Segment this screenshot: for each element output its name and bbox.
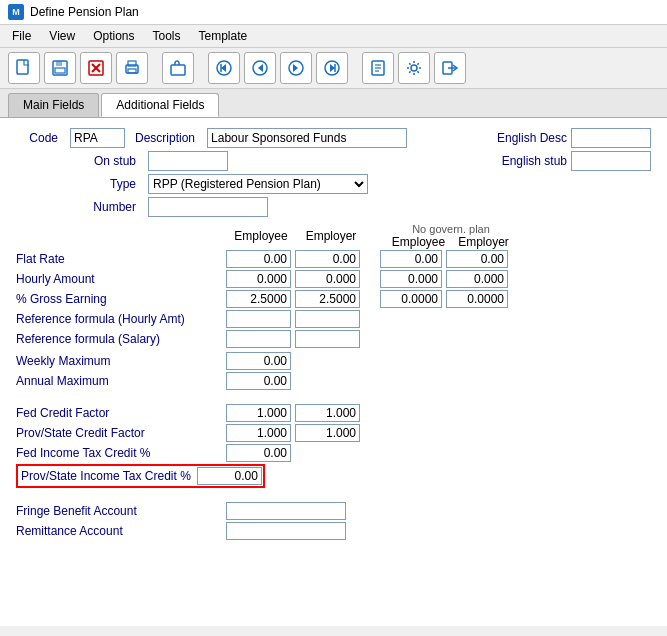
prov-tax-credit-label: Prov/State Income Tax Credit % [19,469,197,483]
remittance-account-label: Remittance Account [16,524,226,538]
description-label: Description [135,131,203,145]
gross-emp[interactable] [226,290,291,308]
gross-nogov-empl[interactable] [446,290,508,308]
english-stub-label: English stub [502,154,567,168]
close-button[interactable] [80,52,112,84]
report-button[interactable] [362,52,394,84]
on-stub-field[interactable] [148,151,228,171]
prov-credit-factor-label: Prov/State Credit Factor [16,426,226,440]
menu-tools[interactable]: Tools [145,27,189,45]
english-desc-field[interactable] [571,128,651,148]
hourly-empl[interactable] [295,270,360,288]
tab-additional-fields[interactable]: Additional Fields [101,93,219,117]
type-label: Type [76,177,144,191]
ref-hourly-label: Reference formula (Hourly Amt) [16,312,226,326]
gross-nogov-emp[interactable] [380,290,442,308]
menu-bar: File View Options Tools Template [0,25,667,48]
svg-rect-0 [17,60,28,74]
flat-rate-nogov-emp[interactable] [380,250,442,268]
app-icon: M [8,4,24,20]
hourly-nogov-empl[interactable] [446,270,508,288]
svg-marker-17 [293,64,298,72]
gross-empl[interactable] [295,290,360,308]
english-desc-label: English Desc [497,131,567,145]
title-bar: M Define Pension Plan [0,0,667,25]
fed-credit-emp[interactable] [226,404,291,422]
flat-rate-label: Flat Rate [16,252,226,266]
briefcase-button[interactable] [162,52,194,84]
fed-credit-empl[interactable] [295,404,360,422]
weekly-max-label: Weekly Maximum [16,354,226,368]
english-stub-field[interactable] [571,151,651,171]
svg-rect-3 [55,68,65,73]
settings-button[interactable] [398,52,430,84]
no-govern-label: No govern. plan [412,223,490,235]
flat-rate-empl[interactable] [295,250,360,268]
ref-hourly-empl[interactable] [295,310,360,328]
remittance-account-value[interactable] [226,522,346,540]
number-label: Number [76,200,144,214]
number-field[interactable] [148,197,268,217]
flat-rate-nogov-empl[interactable] [446,250,508,268]
ref-salary-emp[interactable] [226,330,291,348]
prov-tax-credit-value[interactable] [197,467,262,485]
type-select[interactable]: RPP (Registered Pension Plan) RRSP DPSP [148,174,368,194]
prev-button[interactable] [244,52,276,84]
gross-earning-label: % Gross Earning [16,292,226,306]
on-stub-label: On stub [76,154,144,168]
first-button[interactable] [208,52,240,84]
window-title: Define Pension Plan [30,5,139,19]
hourly-emp[interactable] [226,270,291,288]
menu-file[interactable]: File [4,27,39,45]
ref-hourly-emp[interactable] [226,310,291,328]
hourly-nogov-emp[interactable] [380,270,442,288]
next-button[interactable] [280,52,312,84]
print-button[interactable] [116,52,148,84]
svg-rect-9 [128,69,136,73]
last-button[interactable] [316,52,348,84]
code-label: Code [16,131,66,145]
menu-options[interactable]: Options [85,27,142,45]
toolbar [0,48,667,89]
prov-credit-empl[interactable] [295,424,360,442]
menu-template[interactable]: Template [191,27,256,45]
tab-bar: Main Fields Additional Fields [0,89,667,118]
fringe-benefit-value[interactable] [226,502,346,520]
save-button[interactable] [44,52,76,84]
annual-max-value[interactable] [226,372,291,390]
fringe-benefit-label: Fringe Benefit Account [16,504,226,518]
svg-point-25 [411,65,417,71]
exit-button[interactable] [434,52,466,84]
svg-rect-2 [56,61,62,66]
ref-salary-label: Reference formula (Salary) [16,332,226,346]
menu-view[interactable]: View [41,27,83,45]
tab-main-fields[interactable]: Main Fields [8,93,99,117]
weekly-max-value[interactable] [226,352,291,370]
svg-marker-15 [258,64,263,72]
hourly-amount-label: Hourly Amount [16,272,226,286]
employer-header: Employer [296,229,366,243]
fed-tax-credit-value[interactable] [226,444,291,462]
ref-salary-empl[interactable] [295,330,360,348]
code-field[interactable] [70,128,125,148]
employee-header: Employee [226,229,296,243]
no-gov-employee-header: Employee [386,235,451,249]
no-gov-employer-header: Employer [451,235,516,249]
prov-credit-emp[interactable] [226,424,291,442]
description-field[interactable] [207,128,407,148]
annual-max-label: Annual Maximum [16,374,226,388]
fed-credit-factor-label: Fed Credit Factor [16,406,226,420]
content-area: Code Description English Desc On stub En… [0,118,667,626]
svg-rect-10 [171,65,185,75]
new-button[interactable] [8,52,40,84]
flat-rate-emp[interactable] [226,250,291,268]
fed-tax-credit-label: Fed Income Tax Credit % [16,446,226,460]
